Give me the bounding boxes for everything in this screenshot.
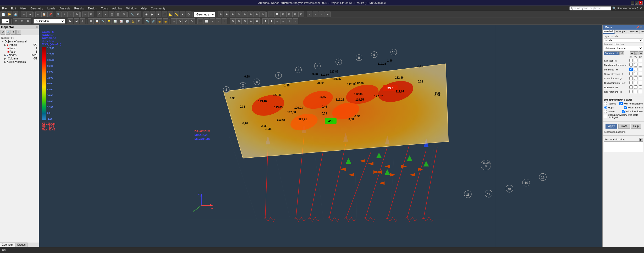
tab-detailed[interactable]: Detailed — [603, 30, 615, 34]
tb7[interactable]: ⤢ — [103, 12, 108, 17]
shear-t-xy[interactable] — [639, 72, 642, 75]
soil-k-xx[interactable] — [629, 90, 633, 93]
dir-xx-icon[interactable]: xx — [630, 51, 634, 55]
tb28[interactable]: ⊝ — [260, 12, 266, 17]
r2-btn17[interactable]: 🔗 — [151, 18, 156, 24]
apply-button[interactable]: Apply — [606, 124, 617, 129]
geometry-dropdown[interactable]: Geometry — [194, 12, 215, 17]
select-btn[interactable]: ↖ — [82, 12, 88, 17]
r2-btn4[interactable]: ▶ — [68, 18, 73, 24]
r2-btn7[interactable]: ⚙ — [88, 18, 94, 24]
tb36[interactable]: ↔ — [313, 12, 318, 17]
tb9[interactable]: ▦ — [115, 12, 120, 17]
radio-maps[interactable] — [604, 106, 607, 109]
membrane-n-xy[interactable] — [639, 63, 642, 67]
rot-xy[interactable] — [639, 85, 642, 89]
r2-btn27[interactable]: ▫ — [216, 18, 221, 24]
copy-btn[interactable]: 📋 — [41, 12, 47, 17]
tb8[interactable]: ▤ — [109, 12, 114, 17]
insp-btn3[interactable]: ? — [11, 30, 16, 35]
tb38[interactable]: ↗ — [325, 12, 331, 17]
moments-m-yy[interactable] — [634, 68, 637, 71]
select-all-btn[interactable]: ⊞ — [88, 12, 94, 17]
tree-item-panel4[interactable]: ■ Panel 4 — [1, 47, 38, 50]
r2-btn15[interactable]: ⊞ — [136, 18, 142, 24]
r2-btn31[interactable]: ⊙ — [242, 18, 248, 24]
r2-btn16[interactable]: 🔩 — [145, 18, 150, 24]
r2-btn34[interactable]: ⬆ — [262, 18, 268, 24]
layer-select[interactable]: Middle Top Bottom — [604, 38, 643, 42]
stresses-s-xy[interactable] — [639, 59, 642, 62]
tb6[interactable]: ⟳ — [97, 12, 102, 17]
r2-btn29[interactable]: ⊕ — [230, 18, 236, 24]
r2-btn25[interactable]: ⬜ — [203, 18, 209, 24]
maps-close-btn[interactable]: ✕ — [640, 26, 642, 29]
tb10[interactable]: ⊡ — [121, 12, 126, 17]
viewport[interactable]: 33.5 -2.3 1 2 3 4 5 6 7 — [39, 25, 602, 247]
snap-dropdown[interactable]: 5 — [2, 19, 9, 24]
r2-btn38[interactable]: ↕ — [287, 18, 292, 24]
dir-xy-icon[interactable]: xy — [639, 51, 643, 55]
r2-btn8[interactable]: 📋 — [94, 18, 100, 24]
r2-btn19[interactable]: 🔒 — [163, 18, 168, 24]
tb29[interactable]: ≡ — [268, 12, 274, 17]
tb22[interactable]: ⊗ — [224, 12, 229, 17]
tb11[interactable]: 🔧 — [129, 12, 135, 17]
tb37[interactable]: ↕ — [319, 12, 324, 17]
save-btn[interactable]: 💾 — [13, 12, 18, 17]
redo-btn[interactable]: ↪ — [27, 12, 33, 17]
menu-analysis[interactable]: Analysis — [57, 6, 72, 10]
tab-groups[interactable]: Groups — [15, 243, 27, 247]
disp-xy[interactable] — [639, 81, 642, 84]
tb25[interactable]: ⊛ — [242, 12, 247, 17]
r2-btn22[interactable]: ↙ — [183, 18, 189, 24]
radio-values[interactable] — [604, 110, 607, 113]
r2-btn36[interactable]: ⬅ — [274, 18, 280, 24]
r2-btn24[interactable]: ⬛ — [197, 18, 203, 24]
stresses-s-xx[interactable] — [629, 59, 633, 62]
menu-tools[interactable]: Tools — [99, 6, 110, 10]
menu-view[interactable]: View — [18, 6, 29, 10]
tb14[interactable]: ▶ — [150, 12, 155, 17]
moments-m-xx[interactable] — [629, 68, 633, 71]
r2-btn32[interactable]: ◈ — [248, 18, 254, 24]
tree-item-nodes[interactable]: ▶ ● Nodes 0/723 — [1, 53, 38, 57]
moments-m-xy[interactable] — [639, 68, 642, 71]
tb19[interactable]: ✦ — [180, 12, 185, 17]
tb15[interactable]: ⏹ — [156, 12, 161, 17]
dir-yy-icon[interactable]: yy — [634, 51, 639, 55]
r2-btn26[interactable]: ▪ — [210, 18, 215, 24]
chk-new-window[interactable] — [604, 115, 607, 118]
r2-btn37[interactable]: ➡ — [280, 18, 286, 24]
open-btn[interactable]: 📂 — [7, 12, 12, 17]
undo-btn[interactable]: ↩ — [21, 12, 27, 17]
tb27[interactable]: ⊜ — [254, 12, 260, 17]
window-controls[interactable]: ─ □ ✕ — [631, 0, 643, 6]
help-icon[interactable]: ? — [637, 7, 639, 10]
tb30[interactable]: ≣ — [274, 12, 280, 17]
tb33[interactable]: ⊠ — [292, 12, 298, 17]
tb17[interactable]: 📐 — [168, 12, 173, 17]
tab-parameter[interactable]: Parameter — [640, 30, 644, 34]
r2-btn30[interactable]: ⊗ — [236, 18, 242, 24]
tb34[interactable]: ⊡ — [298, 12, 304, 17]
tb20[interactable]: ⬡ — [186, 12, 191, 17]
menu-edit[interactable]: Edit — [9, 6, 18, 10]
tab-geometry[interactable]: Geometry — [0, 243, 15, 247]
menu-addins[interactable]: Add-Ins — [110, 6, 124, 10]
char-points-scroll-btn[interactable]: ▶ — [639, 138, 643, 141]
r2-btn14[interactable]: 📐 — [130, 18, 136, 24]
menu-design[interactable]: Design — [86, 6, 99, 10]
tb12[interactable]: ⚙ — [135, 12, 141, 17]
r2-btn20[interactable]: → — [171, 18, 177, 24]
tree-item-model[interactable]: ▼ Objects of a model — [1, 40, 38, 43]
tb26[interactable]: ⊚ — [248, 12, 254, 17]
rot-yy[interactable] — [634, 85, 637, 89]
menu-help[interactable]: Help — [139, 6, 149, 10]
r2-btn13[interactable]: 📉 — [124, 18, 130, 24]
tb31[interactable]: ⊞ — [280, 12, 286, 17]
rot-xx[interactable] — [629, 85, 633, 89]
r2-btn21[interactable]: ↘ — [177, 18, 183, 24]
radio-isolines[interactable] — [604, 102, 607, 105]
shear-q-yy[interactable] — [634, 76, 637, 80]
